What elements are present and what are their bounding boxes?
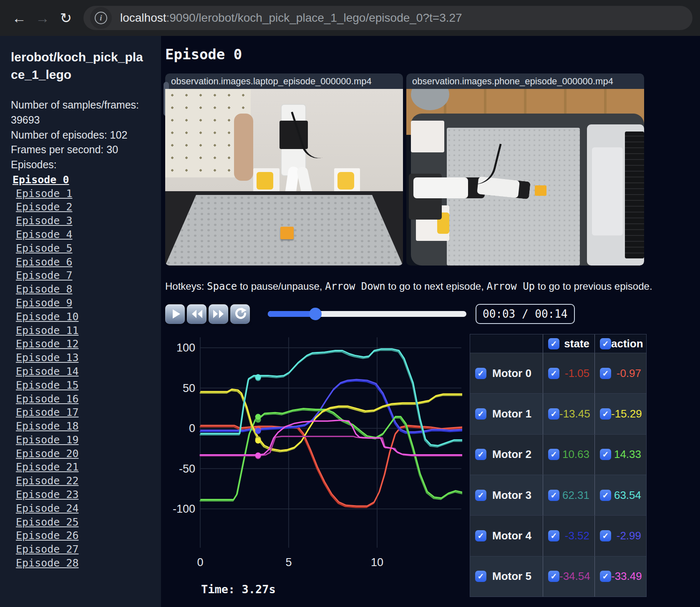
episode-link[interactable]: Episode 9 [16,296,150,310]
episode-link[interactable]: Episode 7 [16,269,150,283]
page-info-button[interactable]: i [90,7,112,29]
episode-link[interactable]: Episode 10 [16,310,150,324]
episode-link[interactable]: Episode 11 [16,324,150,338]
episode-link[interactable]: Episode 18 [16,420,150,433]
checkbox[interactable]: ✓ [475,368,486,379]
checkbox[interactable]: ✓ [548,368,559,379]
hotkey-key: Arrow Down [325,281,385,292]
state-value: 62.31 [562,489,589,502]
episode-link[interactable]: Episode 4 [16,228,150,242]
motor-name-cell: ✓Motor 5 [470,556,543,597]
checkbox[interactable]: ✓ [600,408,611,420]
state-cell: ✓-13.45 [543,394,594,434]
action-cell: ✓-15.29 [594,394,646,434]
video-panel-laptop: observation.images.laptop_episode_000000… [165,73,403,266]
episode-list: Episode 0Episode 1Episode 2Episode 3Epis… [11,173,150,570]
episode-link[interactable]: Episode 12 [16,337,150,351]
episode-link[interactable]: Episode 8 [16,283,150,296]
motor-chart[interactable]: 100500-50-1000510 Time: 3.27s [165,334,462,598]
checkbox[interactable]: ✓ [548,449,559,460]
rewind-icon [187,304,206,324]
hotkey-key: Space [207,281,237,292]
episode-link[interactable]: Episode 16 [16,392,150,406]
checkbox[interactable]: ✓ [475,530,486,541]
checkbox[interactable]: ✓ [600,571,611,582]
state-cell: ✓62.31 [543,475,594,515]
checkbox[interactable]: ✓ [548,490,559,501]
table-row: ✓Motor 1✓-13.45✓-15.29 [470,393,646,434]
episode-link[interactable]: Episode 25 [16,516,150,529]
episode-link[interactable]: Episode 0 [13,173,150,187]
checkbox[interactable]: ✓ [600,490,611,501]
action-value: -0.97 [617,367,641,380]
table-row: ✓Motor 4✓-3.52✓-2.99 [470,515,646,556]
episodes-label: Episodes: [11,157,140,172]
episode-link[interactable]: Episode 13 [16,351,150,365]
fast-forward-icon [209,304,228,324]
action-value: 63.54 [614,489,641,502]
checkbox[interactable]: ✓ [475,490,486,501]
laptop-keyboard [625,132,644,259]
svg-text:0: 0 [189,422,195,435]
episode-link[interactable]: Episode 21 [16,460,150,474]
state-value: -34.54 [559,570,590,583]
episode-link[interactable]: Episode 1 [16,187,150,201]
checkbox[interactable]: ✓ [475,571,486,582]
checkbox[interactable]: ✓ [600,368,611,379]
video-frame-phone[interactable] [406,89,644,266]
action-column-checkbox[interactable]: ✓ [600,338,611,349]
rewind-button[interactable] [187,304,206,324]
fast-forward-button[interactable] [209,304,228,324]
checkbox[interactable]: ✓ [548,408,559,420]
slider-fill [268,311,315,317]
slider-thumb[interactable] [309,308,322,320]
checkbox[interactable]: ✓ [475,449,486,460]
state-header-label: state [564,337,589,350]
reload-icon[interactable]: ↻ [54,10,78,26]
svg-text:50: 50 [183,382,195,395]
episode-link[interactable]: Episode 6 [16,255,150,269]
header-state-cell: ✓ state [543,334,594,353]
laptop-trackpad [592,147,623,236]
address-bar[interactable]: i localhost:9090/lerobot/koch_pick_place… [83,6,692,30]
action-cell: ✓14.33 [594,435,646,475]
hotkey-text: to go to next episode, [385,281,487,292]
checkbox[interactable]: ✓ [475,408,486,420]
url-text[interactable]: localhost:9090/lerobot/koch_pick_place_1… [120,11,462,25]
loop-button[interactable] [230,304,250,324]
motor-label: Motor 2 [492,448,538,461]
episode-link[interactable]: Episode 3 [16,214,150,228]
video-frame-laptop[interactable] [165,89,403,266]
motor-name-cell: ✓Motor 2 [470,435,543,475]
episode-link[interactable]: Episode 2 [16,200,150,214]
page-title: Episode 0 [165,46,700,63]
state-column-checkbox[interactable]: ✓ [548,338,559,349]
forward-icon[interactable]: → [31,10,54,26]
checkbox[interactable]: ✓ [600,530,611,541]
episode-link[interactable]: Episode 14 [16,365,150,379]
table-row: ✓Motor 3✓62.31✓63.54 [470,475,646,515]
checkbox[interactable]: ✓ [548,530,559,541]
episode-link[interactable]: Episode 23 [16,488,150,502]
episode-link[interactable]: Episode 24 [16,502,150,516]
episode-link[interactable]: Episode 17 [16,406,150,420]
white-box-top [411,121,444,152]
info-icon: i [95,12,107,24]
checkbox[interactable]: ✓ [548,571,559,582]
loop-icon [231,304,250,324]
episode-link[interactable]: Episode 27 [16,543,150,556]
episode-link[interactable]: Episode 20 [16,447,150,461]
back-icon[interactable]: ← [8,10,31,26]
episode-link[interactable]: Episode 28 [16,556,150,570]
checkbox[interactable]: ✓ [600,449,611,460]
episode-link[interactable]: Episode 22 [16,474,150,488]
episode-link[interactable]: Episode 26 [16,529,150,543]
episode-link[interactable]: Episode 5 [16,242,150,255]
motor-label: Motor 5 [492,570,538,583]
table-row: ✓Motor 0✓-1.05✓-0.97 [470,353,646,393]
play-button[interactable] [165,304,185,324]
url-path: :9090/lerobot/koch_pick_place_1_lego/epi… [166,11,462,24]
episode-link[interactable]: Episode 15 [16,379,150,392]
video-progress-slider[interactable] [268,311,466,317]
episode-link[interactable]: Episode 19 [16,433,150,447]
